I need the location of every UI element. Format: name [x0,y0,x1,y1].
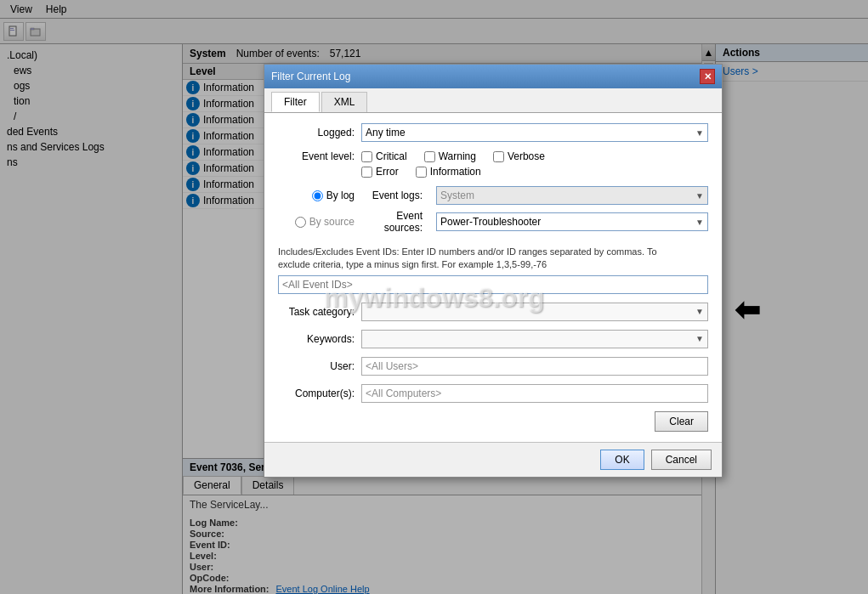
keywords-arrow: ▼ [695,334,704,343]
verbose-label: Verbose [508,150,545,162]
verbose-checkbox[interactable] [493,151,504,162]
task-category-row: Task category: ▼ [278,303,708,321]
by-source-label: By source [278,216,355,228]
by-log-label: By log [278,190,355,201]
computer-row: Computer(s): [278,384,708,403]
event-sources-label: Event sources: [361,210,429,234]
logged-value: Any time [366,127,406,139]
computer-label: Computer(s): [278,388,355,399]
dialog-overlay: Filter Current Log ✕ Filter XML Logged: … [0,0,868,594]
event-logs-dropdown[interactable]: System ▼ [436,186,708,205]
dialog-tabs: Filter XML [264,88,722,113]
by-source-row: By source Event sources: Power-Troublesh… [278,210,708,234]
dialog-content: Logged: Any time ▼ Event level: Critical [264,113,722,442]
by-log-radio[interactable] [312,190,323,201]
logged-label: Logged: [278,127,355,139]
filter-dialog: Filter Current Log ✕ Filter XML Logged: … [264,64,723,478]
dialog-close-button[interactable]: ✕ [700,69,715,84]
logged-dropdown-arrow: ▼ [695,128,704,138]
information-checkbox[interactable] [416,167,427,178]
computer-input[interactable] [361,384,708,403]
dialog-title: Filter Current Log [271,71,350,82]
user-row: User: [278,357,708,376]
checkbox-warning[interactable]: Warning [424,150,476,162]
user-input[interactable] [361,357,708,376]
error-checkbox[interactable] [361,167,372,178]
dialog-title-bar: Filter Current Log ✕ [264,65,722,88]
error-label: Error [376,166,399,178]
event-logs-label: Event logs: [361,190,429,201]
checkbox-information[interactable]: Information [416,166,481,178]
event-sources-value: Power-Troubleshooter [440,216,541,228]
ok-button[interactable]: OK [600,450,644,470]
includes-text: Includes/Excludes Event IDs: Enter ID nu… [278,242,708,275]
arrow-annotation: ⬅ [735,292,760,328]
logged-dropdown[interactable]: Any time ▼ [361,123,708,142]
event-level-label: Event level: [278,150,355,162]
task-category-label: Task category: [278,306,355,318]
critical-checkbox[interactable] [361,151,372,162]
warning-checkbox[interactable] [424,151,435,162]
clear-row: Clear [278,411,708,432]
tab-filter[interactable]: Filter [271,92,320,112]
task-category-arrow: ▼ [695,307,704,316]
event-sources-dropdown[interactable]: Power-Troubleshooter ▼ [436,212,708,231]
keywords-dropdown[interactable]: ▼ [361,330,708,348]
warning-label: Warning [439,150,476,162]
logged-row: Logged: Any time ▼ [278,123,708,142]
keywords-row: Keywords: ▼ [278,330,708,348]
by-log-row: By log Event logs: System ▼ [278,186,708,205]
keywords-label: Keywords: [278,333,355,345]
cancel-button[interactable]: Cancel [651,450,712,470]
task-category-dropdown[interactable]: ▼ [361,303,708,321]
event-logs-value: System [440,190,474,201]
event-ids-input[interactable] [278,275,708,294]
user-label: User: [278,360,355,372]
checkbox-verbose[interactable]: Verbose [493,150,545,162]
log-source-section: By log Event logs: System ▼ By source [278,186,708,234]
checkbox-row-1: Critical Warning Verbose [361,150,545,162]
dialog-footer: OK Cancel [264,442,722,477]
critical-label: Critical [376,150,407,162]
event-level-row: Event level: Critical Warning [278,150,708,178]
by-source-radio[interactable] [295,217,306,228]
event-ids-section: Includes/Excludes Event IDs: Enter ID nu… [278,242,708,294]
checkbox-error[interactable]: Error [361,166,399,178]
information-label: Information [430,166,481,178]
dialog-footer-buttons: OK Cancel [600,450,712,470]
tab-xml[interactable]: XML [321,92,368,112]
event-logs-arrow: ▼ [695,191,704,201]
clear-button[interactable]: Clear [655,411,708,432]
checkbox-row-2: Error Information [361,166,545,178]
checkbox-critical[interactable]: Critical [361,150,407,162]
event-sources-arrow: ▼ [695,218,704,227]
